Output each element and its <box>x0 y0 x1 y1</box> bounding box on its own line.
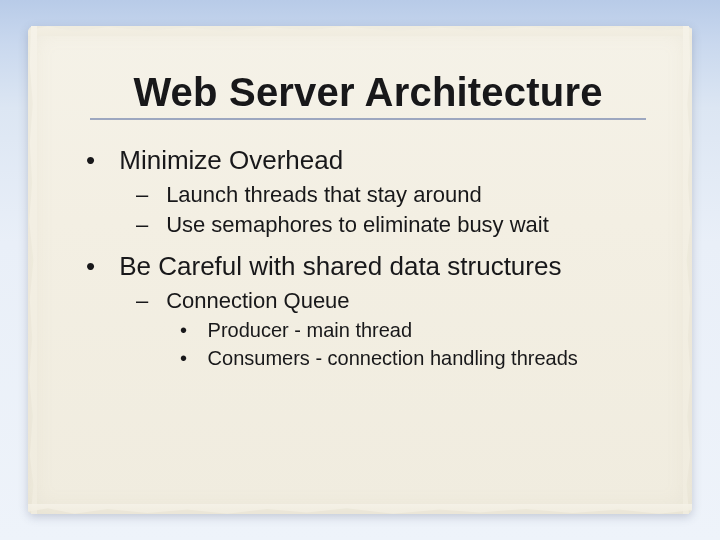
bullet-text: Consumers - connection handling threads <box>208 347 578 369</box>
bullet-list: Minimize Overhead Launch threads that st… <box>90 144 646 371</box>
bullet-text: Be Careful with shared data structures <box>119 251 561 281</box>
bullet-lvl3: Producer - main thread <box>180 317 646 343</box>
bullet-text: Use semaphores to eliminate busy wait <box>166 212 549 237</box>
bullet-text: Minimize Overhead <box>119 145 343 175</box>
bullet-lvl2: Connection Queue Producer - main thread … <box>136 287 646 371</box>
bullet-text: Producer - main thread <box>208 319 413 341</box>
bullet-lvl2: Launch threads that stay around <box>136 181 646 209</box>
bullet-lvl1: Be Careful with shared data structures C… <box>90 250 646 371</box>
bullet-lvl1: Minimize Overhead Launch threads that st… <box>90 144 646 240</box>
bullet-sublist: Launch threads that stay around Use sema… <box>136 181 646 239</box>
slide: Web Server Architecture Minimize Overhea… <box>0 0 720 540</box>
paper-edge-right <box>683 26 695 514</box>
slide-content: Web Server Architecture Minimize Overhea… <box>90 70 646 381</box>
paper-edge-left <box>25 26 37 514</box>
bullet-lvl2: Use semaphores to eliminate busy wait <box>136 211 646 239</box>
bullet-lvl3: Consumers - connection handling threads <box>180 345 646 371</box>
bullet-text: Connection Queue <box>166 288 349 313</box>
bullet-subsublist: Producer - main thread Consumers - conne… <box>180 317 646 371</box>
paper-background: Web Server Architecture Minimize Overhea… <box>28 26 692 514</box>
slide-title: Web Server Architecture <box>90 70 646 120</box>
bullet-text: Launch threads that stay around <box>166 182 482 207</box>
bullet-sublist: Connection Queue Producer - main thread … <box>136 287 646 371</box>
